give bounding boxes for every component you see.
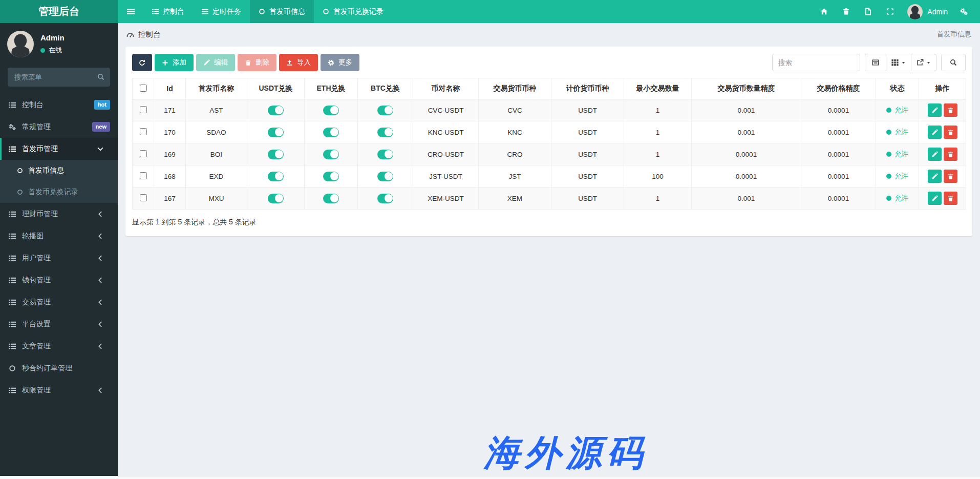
- eth-toggle[interactable]: [323, 106, 339, 115]
- sidebar-item-wallet[interactable]: 钱包管理: [0, 269, 118, 291]
- sidebar-toggle-button[interactable]: [118, 0, 143, 23]
- header-tab-1[interactable]: 定时任务: [193, 0, 250, 23]
- sidebar-search-input[interactable]: [8, 68, 110, 87]
- cell-pair: CVC-USDT: [413, 99, 479, 121]
- add-button[interactable]: 添加: [155, 54, 194, 71]
- sidebar-item-finance-coin[interactable]: 理财币管理: [0, 203, 118, 225]
- usdt-toggle[interactable]: [268, 150, 284, 159]
- actions-cell: [919, 165, 966, 188]
- avatar[interactable]: [907, 4, 923, 19]
- usdt-toggle[interactable]: [268, 128, 284, 137]
- status-cell: 允许: [876, 121, 919, 143]
- table-search-input[interactable]: [772, 54, 860, 71]
- chevron-left-icon: [97, 277, 110, 284]
- header-tab-0[interactable]: 控制台: [143, 0, 193, 23]
- search-submit-button[interactable]: [941, 54, 966, 71]
- row-checkbox[interactable]: [140, 172, 147, 179]
- sidebar-subitem-ico-exchange-records[interactable]: 首发币兑换记录: [0, 181, 118, 203]
- edit-row-button[interactable]: [928, 192, 942, 205]
- usdt-toggle-cell: [247, 143, 305, 165]
- app-brand[interactable]: 管理后台: [0, 0, 118, 23]
- detail-view-button[interactable]: [865, 54, 886, 71]
- usdt-toggle[interactable]: [268, 194, 284, 203]
- record-summary: 显示第 1 到第 5 条记录，总共 5 条记录: [132, 218, 966, 227]
- list-icon: [9, 387, 22, 394]
- delete-row-button[interactable]: [944, 170, 957, 183]
- row-checkbox[interactable]: [140, 128, 147, 135]
- eth-toggle[interactable]: [323, 172, 339, 181]
- cell-name: BOI: [186, 143, 247, 165]
- status-badge: 允许: [886, 106, 908, 115]
- search-icon[interactable]: [97, 73, 104, 80]
- header-trash-button[interactable]: [835, 0, 857, 23]
- sidebar-item-permission[interactable]: 权限管理: [0, 379, 118, 401]
- sidebar-item-trade[interactable]: 交易管理: [0, 291, 118, 313]
- eth-toggle[interactable]: [323, 128, 339, 137]
- delete-row-button[interactable]: [944, 192, 957, 205]
- sidebar-item-second-contract[interactable]: 秒合约订单管理: [0, 357, 118, 379]
- header-tab-3[interactable]: 首发币兑换记录: [314, 0, 392, 23]
- refresh-button[interactable]: [132, 54, 152, 71]
- col-header-0: Id: [154, 78, 186, 99]
- sidebar-subitem-ico-info[interactable]: 首发币信息: [0, 160, 118, 181]
- header-right: Admin: [813, 0, 980, 23]
- breadcrumb-left[interactable]: 控制台: [126, 30, 161, 39]
- sidebar-badge-new: new: [92, 122, 110, 131]
- cell-qty-precision: 0.0001: [692, 165, 801, 188]
- import-button[interactable]: 导入: [279, 54, 318, 71]
- header-user-name[interactable]: Admin: [927, 8, 948, 16]
- col-header-9: 交易货币数量精度: [692, 78, 801, 99]
- cell-min-qty: 100: [624, 165, 692, 188]
- edit-row-button[interactable]: [928, 103, 942, 117]
- btc-toggle[interactable]: [377, 128, 393, 137]
- gear-icon: [328, 59, 334, 66]
- cell-quote-coin: USDT: [551, 99, 624, 121]
- more-button[interactable]: 更多: [321, 54, 359, 71]
- usdt-toggle[interactable]: [268, 172, 284, 181]
- status-dot-icon: [886, 152, 891, 157]
- col-header-8: 最小交易数量: [624, 78, 692, 99]
- btc-toggle[interactable]: [377, 106, 393, 115]
- status-dot-icon: [886, 108, 891, 113]
- row-select-cell: [133, 188, 154, 210]
- row-checkbox[interactable]: [140, 106, 147, 113]
- row-checkbox[interactable]: [140, 194, 147, 201]
- delete-row-button[interactable]: [944, 103, 957, 117]
- header-home-button[interactable]: [813, 0, 835, 23]
- delete-row-button[interactable]: [944, 148, 957, 161]
- cell-price-precision: 0.0001: [801, 165, 876, 188]
- select-all-checkbox[interactable]: [140, 85, 147, 92]
- eth-toggle[interactable]: [323, 150, 339, 159]
- sidebar-item-carousel[interactable]: 轮播图: [0, 225, 118, 247]
- sidebar-item-platform[interactable]: 平台设置: [0, 313, 118, 335]
- upload-icon: [286, 59, 293, 66]
- header-cache-button[interactable]: [857, 0, 879, 23]
- sidebar-item-console[interactable]: 控制台hot: [0, 94, 118, 116]
- sidebar-item-label: 文章管理: [22, 342, 97, 351]
- sidebar-item-ico-manage[interactable]: 首发币管理: [0, 138, 118, 160]
- cell-id: 168: [154, 165, 186, 188]
- btc-toggle[interactable]: [377, 150, 393, 159]
- export-button[interactable]: [911, 54, 936, 71]
- row-checkbox[interactable]: [140, 150, 147, 157]
- delete-row-button[interactable]: [944, 126, 957, 139]
- columns-button[interactable]: [886, 54, 911, 71]
- select-all-header: [133, 78, 154, 99]
- edit-row-button[interactable]: [928, 148, 942, 161]
- sidebar-item-general[interactable]: 常规管理new: [0, 116, 118, 138]
- cell-min-qty: 1: [624, 99, 692, 121]
- btc-toggle[interactable]: [377, 172, 393, 181]
- header-tab-2[interactable]: 首发币信息: [250, 0, 314, 23]
- delete-button[interactable]: 删除: [238, 54, 276, 71]
- usdt-toggle[interactable]: [268, 106, 284, 115]
- sidebar-item-article[interactable]: 文章管理: [0, 335, 118, 357]
- header-expand-button[interactable]: [879, 0, 901, 23]
- eth-toggle[interactable]: [323, 194, 339, 203]
- btc-toggle[interactable]: [377, 194, 393, 203]
- header-settings-button[interactable]: [953, 0, 975, 23]
- eth-toggle-cell: [305, 188, 358, 210]
- edit-row-button[interactable]: [928, 126, 942, 139]
- sidebar-item-users[interactable]: 用户管理: [0, 247, 118, 269]
- edit-button[interactable]: 编辑: [196, 54, 235, 71]
- edit-row-button[interactable]: [928, 170, 942, 183]
